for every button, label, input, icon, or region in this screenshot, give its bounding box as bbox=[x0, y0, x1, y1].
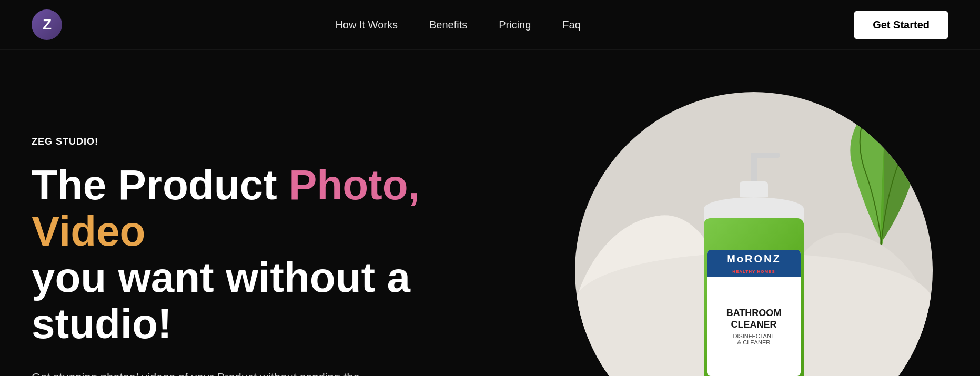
nav-links: How It Works Benefits Pricing Faq bbox=[335, 19, 580, 31]
nav-item-faq[interactable]: Faq bbox=[562, 19, 580, 31]
bottle-label: MoRONZ HEALTHY HOMES BATHROOMCLEANER DIS… bbox=[707, 250, 801, 376]
nav-item-benefits[interactable]: Benefits bbox=[429, 19, 467, 31]
label-product-name: BATHROOMCLEANER bbox=[726, 308, 782, 330]
label-product-area: BATHROOMCLEANER DISINFECTANT& CLEANER bbox=[707, 277, 801, 376]
hero-video-text: Video bbox=[32, 208, 145, 255]
logo[interactable]: Z bbox=[32, 9, 62, 40]
pump-nozzle bbox=[751, 153, 780, 158]
product-bottle: MoRONZ HEALTHY HOMES BATHROOMCLEANER DIS… bbox=[704, 197, 804, 376]
label-tagline: HEALTHY HOMES bbox=[707, 268, 801, 277]
hero-heading: The Product Photo, Video you want withou… bbox=[32, 162, 442, 347]
label-brand-text: MoRONZ bbox=[709, 253, 799, 265]
logo-icon: Z bbox=[32, 9, 62, 40]
get-started-button[interactable]: Get Started bbox=[854, 11, 948, 39]
pump-head bbox=[740, 181, 768, 197]
hero-tagline: ZEG STUDIO! bbox=[32, 136, 442, 147]
bottle-body: MoRONZ HEALTHY HOMES BATHROOMCLEANER DIS… bbox=[704, 218, 804, 376]
plant-leaves bbox=[838, 108, 922, 245]
nav-item-how-it-works[interactable]: How It Works bbox=[335, 19, 398, 31]
hero-section: ZEG STUDIO! The Product Photo, Video you… bbox=[0, 50, 980, 376]
label-product-type: DISINFECTANT& CLEANER bbox=[733, 333, 774, 345]
nav-item-pricing[interactable]: Pricing bbox=[499, 19, 531, 31]
hero-description: Get stunning photos/ videos of your Prod… bbox=[32, 368, 389, 376]
hero-content: ZEG STUDIO! The Product Photo, Video you… bbox=[32, 136, 442, 376]
hero-product-image: MoRONZ HEALTHY HOMES BATHROOMCLEANER DIS… bbox=[575, 92, 933, 376]
navbar: Z How It Works Benefits Pricing Faq Get … bbox=[0, 0, 980, 50]
hero-photo-text: Photo, bbox=[289, 161, 420, 208]
label-brand-bg: MoRONZ bbox=[707, 250, 801, 268]
